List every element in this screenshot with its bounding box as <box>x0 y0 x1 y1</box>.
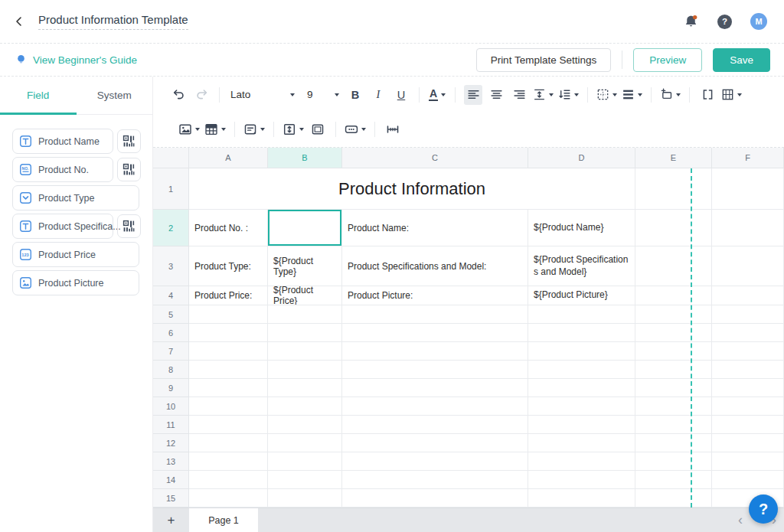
border-style-button[interactable] <box>622 85 642 105</box>
field-item-product-specifica[interactable]: Product Specifica... <box>12 214 113 239</box>
cell-B7[interactable] <box>268 342 342 361</box>
row-header-4[interactable]: 4 <box>153 286 189 305</box>
cell-D2[interactable]: ${Product Name} <box>528 210 635 246</box>
cell-E1[interactable] <box>635 168 712 210</box>
row-header-8[interactable]: 8 <box>153 361 189 379</box>
row-header-13[interactable]: 13 <box>153 452 189 471</box>
cell-A13[interactable] <box>189 452 268 471</box>
cell-E3[interactable] <box>635 246 712 286</box>
cell-B4[interactable]: ${Product Price} <box>268 286 342 305</box>
cell-A5[interactable] <box>189 305 268 324</box>
notifications-button[interactable] <box>683 14 699 30</box>
cell-E7[interactable] <box>635 342 712 361</box>
cell-F11[interactable] <box>712 416 784 434</box>
cell-A14[interactable] <box>189 471 268 489</box>
bold-button[interactable]: B <box>346 85 364 105</box>
table-grid-button[interactable] <box>721 85 742 105</box>
row-header-14[interactable]: 14 <box>153 471 189 489</box>
field-item-product-name[interactable]: Product Name <box>12 129 113 154</box>
cell-F7[interactable] <box>712 342 784 361</box>
cell-F9[interactable] <box>712 379 784 397</box>
font-color-button[interactable]: A <box>428 85 446 105</box>
cell-C5[interactable] <box>342 305 528 324</box>
cell-A9[interactable] <box>189 379 268 397</box>
redo-button[interactable] <box>192 85 211 105</box>
align-left-button[interactable] <box>464 85 482 105</box>
cell-D5[interactable] <box>528 305 635 324</box>
cell-D14[interactable] <box>528 471 635 489</box>
borders-button[interactable] <box>596 85 617 105</box>
cell-D13[interactable] <box>528 452 635 471</box>
cell-D8[interactable] <box>528 361 635 379</box>
column-header-B[interactable]: B <box>268 148 342 168</box>
save-button[interactable]: Save <box>713 48 770 72</box>
cell-B5[interactable] <box>268 305 342 324</box>
align-center-button[interactable] <box>487 85 505 105</box>
cell-C11[interactable] <box>342 416 528 434</box>
font-size-select[interactable]: 9 <box>307 89 339 100</box>
page-setup-button[interactable] <box>309 119 327 139</box>
row-header-11[interactable]: 11 <box>153 416 189 434</box>
cell-B3[interactable]: ${Product Type} <box>268 246 342 286</box>
cell-C14[interactable] <box>342 471 528 489</box>
cell-F6[interactable] <box>712 324 784 342</box>
cell-C7[interactable] <box>342 342 528 361</box>
corner-cell[interactable] <box>153 148 189 168</box>
underline-button[interactable]: U <box>392 85 410 105</box>
row-header-2[interactable]: 2 <box>153 210 189 246</box>
cell-E10[interactable] <box>635 397 712 416</box>
cell-A7[interactable] <box>189 342 268 361</box>
cell-C2[interactable]: Product Name: <box>342 210 528 246</box>
cell-E15[interactable] <box>635 489 712 508</box>
cell-F12[interactable] <box>712 434 784 452</box>
barcode-button[interactable] <box>117 214 141 238</box>
row-header-10[interactable]: 10 <box>153 397 189 416</box>
add-page-button[interactable]: + <box>153 508 189 532</box>
cell-D10[interactable] <box>528 397 635 416</box>
cell-E5[interactable] <box>635 305 712 324</box>
cell-A6[interactable] <box>189 324 268 342</box>
page-tab[interactable]: Page 1 <box>189 508 258 532</box>
barcode-button[interactable] <box>117 129 141 153</box>
cell-B14[interactable] <box>268 471 342 489</box>
cell-C10[interactable] <box>342 397 528 416</box>
cell-D3[interactable]: ${Product Specifications and Model} <box>528 246 635 286</box>
cell-C8[interactable] <box>342 361 528 379</box>
cell-A1-merged-title[interactable]: Product Information <box>189 168 635 210</box>
cell-C9[interactable] <box>342 379 528 397</box>
cell-E12[interactable] <box>635 434 712 452</box>
undo-button[interactable] <box>169 85 188 105</box>
cell-C13[interactable] <box>342 452 528 471</box>
cell-B8[interactable] <box>268 361 342 379</box>
field-item-product-picture[interactable]: Product Picture <box>12 270 139 295</box>
prev-page-icon[interactable]: ‹ <box>738 508 743 532</box>
cell-C15[interactable] <box>342 489 528 508</box>
cell-A11[interactable] <box>189 416 268 434</box>
cell-B2[interactable] <box>268 210 342 246</box>
column-header-D[interactable]: D <box>528 148 635 168</box>
column-width-button[interactable] <box>384 119 402 139</box>
row-header-9[interactable]: 9 <box>153 379 189 397</box>
cell-E14[interactable] <box>635 471 712 489</box>
row-header-6[interactable]: 6 <box>153 324 189 342</box>
column-header-F[interactable]: F <box>712 148 784 168</box>
column-header-C[interactable]: C <box>342 148 528 168</box>
cell-A15[interactable] <box>189 489 268 508</box>
italic-button[interactable]: I <box>369 85 387 105</box>
tab-field[interactable]: Field <box>0 77 77 114</box>
cell-F3[interactable] <box>712 246 784 286</box>
cell-A2[interactable]: Product No. : <box>189 210 268 246</box>
row-header-12[interactable]: 12 <box>153 434 189 452</box>
print-template-settings-button[interactable]: Print Template Settings <box>476 48 612 72</box>
insert-cells-button[interactable] <box>660 85 681 105</box>
field-item-product-type[interactable]: Product Type <box>12 185 139 211</box>
cell-E9[interactable] <box>635 379 712 397</box>
cell-B15[interactable] <box>268 489 342 508</box>
cell-B9[interactable] <box>268 379 342 397</box>
barcode-button[interactable] <box>117 158 141 181</box>
cell-E2[interactable] <box>635 210 712 246</box>
line-spacing-button[interactable] <box>558 85 579 105</box>
beginners-guide-link[interactable]: View Beginner's Guide <box>15 54 137 66</box>
cell-B6[interactable] <box>268 324 342 342</box>
preview-button[interactable]: Preview <box>633 48 702 72</box>
